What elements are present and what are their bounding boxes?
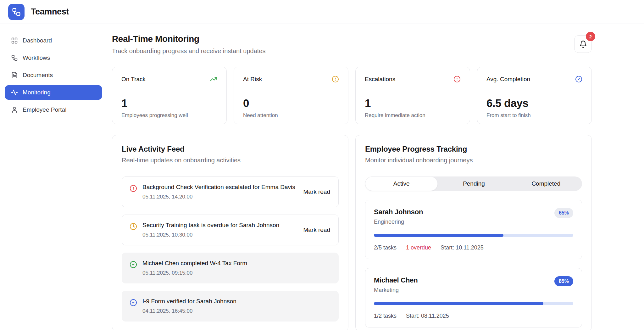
stat-card-escalations: Escalations 1 Require immediate action: [355, 67, 470, 124]
workflow-logo-icon: [12, 7, 21, 17]
app-header: Teamnest: [0, 0, 644, 24]
stat-card-avg-completion: Avg. Completion 6.5 days From start to f…: [477, 67, 592, 124]
feed-item: I-9 Form verified for Sarah Johnson 04.1…: [122, 291, 339, 322]
sidebar-item-workflows[interactable]: Workflows: [5, 51, 102, 65]
feed-message: Michael Chen completed W-4 Tax Form: [142, 260, 331, 267]
app-logo: [8, 4, 25, 20]
panel-subtitle: Real-time updates on onboarding activiti…: [122, 157, 339, 164]
sidebar-item-label: Dashboard: [23, 37, 52, 44]
panel-title: Live Activity Feed: [122, 145, 339, 154]
page-subtitle: Track onboarding progress and receive in…: [112, 48, 265, 55]
sidebar-item-label: Employee Portal: [23, 106, 66, 113]
progress-bar-fill: [374, 302, 543, 305]
stat-title: Escalations: [365, 76, 395, 83]
user-icon: [11, 106, 18, 113]
stat-value: 6.5 days: [486, 97, 582, 109]
tab-completed[interactable]: Completed: [510, 176, 582, 191]
start-date: Start: 08.11.2025: [406, 313, 449, 319]
feed-item: Security Training task is overdue for Sa…: [122, 215, 339, 245]
completion-badge: 65%: [554, 208, 573, 218]
feed-timestamp: 05.11.2025, 14:20:00: [142, 194, 297, 200]
workflow-nodes-icon: [11, 54, 18, 61]
stat-caption: Employees progressing well: [121, 112, 217, 119]
feed-timestamp: 04.11.2025, 16:45:00: [142, 308, 331, 314]
sidebar-item-label: Workflows: [23, 54, 50, 61]
alert-circle-icon: [453, 76, 461, 83]
progress-bar-fill: [374, 234, 503, 237]
brand-name: Teamnest: [31, 7, 69, 17]
panel-title: Employee Progress Tracking: [365, 145, 582, 154]
bell-icon: [579, 40, 587, 48]
tab-pending[interactable]: Pending: [438, 176, 510, 191]
alert-circle-icon: [130, 185, 137, 192]
mark-read-button[interactable]: Mark read: [303, 225, 331, 235]
tasks-count: 1/2 tasks: [374, 313, 397, 319]
notifications-button[interactable]: 2: [574, 35, 592, 53]
sidebar-item-label: Monitoring: [23, 89, 51, 96]
feed-timestamp: 05.11.2025, 09:15:00: [142, 270, 331, 276]
progress-bar: [374, 302, 573, 305]
completion-badge: 85%: [554, 276, 573, 286]
stat-card-at-risk: At Risk 0 Need attention: [234, 67, 348, 124]
employee-department: Engineering: [374, 219, 423, 225]
employee-name: Michael Chen: [374, 276, 418, 284]
tab-active[interactable]: Active: [365, 176, 438, 191]
stat-title: Avg. Completion: [486, 76, 530, 83]
stat-caption: From start to finish: [486, 112, 582, 119]
start-date: Start: 10.11.2025: [441, 244, 484, 251]
document-icon: [11, 72, 18, 79]
stats-row: On Track 1 Employees progressing well At…: [112, 67, 592, 124]
overdue-count: 1 overdue: [406, 244, 431, 251]
mark-read-button[interactable]: Mark read: [303, 187, 331, 197]
sidebar-item-label: Documents: [23, 72, 53, 79]
main-content: Real-Time Monitoring Track onboarding pr…: [107, 24, 644, 330]
employee-card[interactable]: Sarah Johnson Engineering 65% 2/5 tasks …: [365, 200, 582, 259]
page-title: Real-Time Monitoring: [112, 34, 265, 44]
progress-bar: [374, 234, 573, 237]
feed-item: Background Check Verification escalated …: [122, 176, 339, 207]
dashboard-grid-icon: [11, 37, 18, 44]
activity-feed-list: Background Check Verification escalated …: [122, 176, 339, 322]
stat-title: At Risk: [243, 76, 262, 83]
sidebar-item-documents[interactable]: Documents: [5, 68, 102, 82]
feed-message: Security Training task is overdue for Sa…: [142, 222, 297, 229]
sidebar-item-employee-portal[interactable]: Employee Portal: [5, 103, 102, 117]
sidebar-item-monitoring[interactable]: Monitoring: [5, 85, 102, 100]
sidebar: Dashboard Workflows Documents Monitoring…: [0, 24, 107, 330]
employee-card[interactable]: Michael Chen Marketing 85% 1/2 tasks Sta…: [365, 268, 582, 327]
employee-name: Sarah Johnson: [374, 208, 423, 216]
check-circle-icon: [130, 261, 137, 268]
stat-card-on-track: On Track 1 Employees progressing well: [112, 67, 227, 124]
tasks-count: 2/5 tasks: [374, 244, 397, 251]
feed-message: Background Check Verification escalated …: [142, 184, 297, 191]
panel-subtitle: Monitor individual onboarding journeys: [365, 157, 582, 164]
notifications-count-badge: 2: [586, 32, 595, 41]
stat-caption: Require immediate action: [365, 112, 461, 119]
stat-caption: Need attention: [243, 112, 339, 119]
sidebar-item-dashboard[interactable]: Dashboard: [5, 33, 102, 48]
stat-value: 1: [121, 97, 217, 109]
stat-value: 1: [365, 97, 461, 109]
stat-value: 0: [243, 97, 339, 109]
page-header: Real-Time Monitoring Track onboarding pr…: [112, 34, 592, 55]
progress-tabs: Active Pending Completed: [365, 176, 582, 191]
clock-icon: [130, 223, 137, 230]
check-circle-icon: [130, 299, 137, 306]
live-activity-feed-panel: Live Activity Feed Real-time updates on …: [112, 135, 348, 330]
feed-timestamp: 05.11.2025, 10:30:00: [142, 232, 297, 238]
alert-circle-icon: [332, 76, 339, 83]
feed-item: Michael Chen completed W-4 Tax Form 05.1…: [122, 253, 339, 283]
employee-progress-panel: Employee Progress Tracking Monitor indiv…: [355, 135, 592, 330]
employee-department: Marketing: [374, 287, 418, 294]
check-circle-icon: [575, 76, 582, 83]
trending-up-icon: [210, 76, 217, 83]
feed-message: I-9 Form verified for Sarah Johnson: [142, 298, 331, 305]
activity-pulse-icon: [11, 89, 18, 96]
stat-title: On Track: [121, 76, 146, 83]
